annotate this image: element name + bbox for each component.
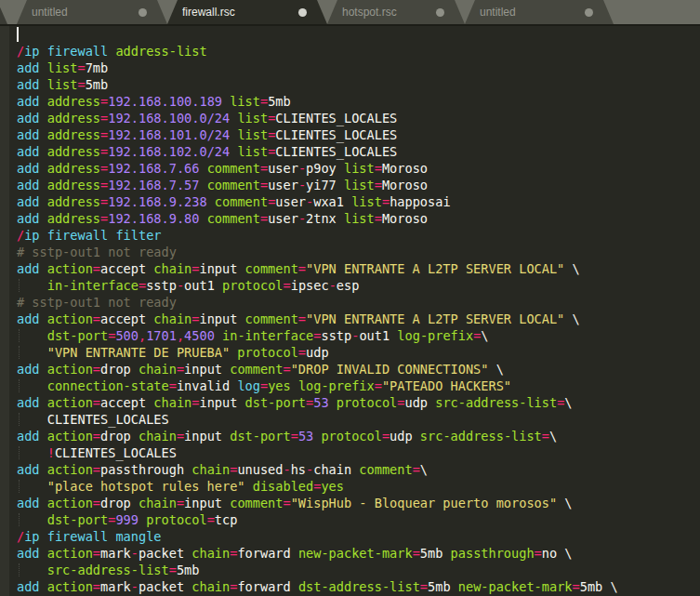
code-token: comment: [230, 496, 283, 510]
code-token: =: [100, 111, 108, 126]
code-area[interactable]: /ip firewall address-listadd list=7mbadd…: [0, 26, 700, 596]
code-line[interactable]: "VPN ENTRANTE DE PRUEBA" protocol=udp: [0, 344, 700, 361]
code-line[interactable]: add action=drop chain=input comment="Wis…: [0, 495, 700, 511]
code-token: \: [549, 429, 557, 444]
code-line[interactable]: connection-state=invalid log=yes log-pre…: [0, 377, 700, 394]
code-line[interactable]: add action=drop chain=input dst-port=53 …: [0, 428, 700, 444]
code-token: [337, 211, 344, 226]
code-token: user: [268, 211, 298, 226]
code-token: user: [275, 194, 306, 209]
code-token: action: [47, 261, 93, 276]
code-line[interactable]: /ip firewall filter: [0, 227, 700, 244]
code-token: address: [47, 194, 100, 209]
code-line[interactable]: dst-port=999 protocol=tcp: [0, 511, 700, 528]
editor-pane: /ip firewall address-listadd list=7mbadd…: [0, 26, 700, 596]
code-line[interactable]: [0, 26, 700, 43]
tab-firewall-rsc[interactable]: firewall.rsc: [167, 0, 327, 24]
code-token: [337, 178, 344, 192]
code-line[interactable]: add address=192.168.9.238 comment=user-w…: [0, 193, 700, 210]
code-line[interactable]: add address=192.168.7.66 comment=user-p9…: [0, 160, 700, 177]
code-line[interactable]: add address=192.168.101.0/24 list=CLIENT…: [0, 126, 700, 143]
code-token: [222, 429, 230, 444]
code-token: input: [199, 261, 237, 276]
code-line[interactable]: !CLIENTES_LOCALES: [0, 444, 700, 461]
tab-hotspot-rsc[interactable]: hotspot.rsc: [327, 0, 465, 24]
code-token: 5mb: [580, 579, 603, 594]
code-line[interactable]: add address=192.168.100.189 list=5mb: [0, 93, 700, 110]
code-line[interactable]: src-address-list=5mb: [0, 562, 700, 578]
code-line[interactable]: add action=accept chain=input dst-port=5…: [0, 394, 700, 411]
code-token: sstp: [321, 328, 351, 343]
tab-untitled[interactable]: untitled: [465, 0, 614, 24]
code-line[interactable]: add address=192.168.100.0/24 list=CLIENT…: [0, 110, 700, 126]
code-token: comment: [230, 362, 283, 377]
code-token: =: [93, 362, 100, 377]
code-token: CLIENTES_LOCALES: [275, 111, 397, 126]
code-line[interactable]: add action=accept chain=input comment="V…: [0, 260, 700, 277]
code-token: \: [602, 579, 617, 594]
code-line[interactable]: add list=7mb: [0, 60, 700, 76]
code-token: =: [420, 579, 428, 594]
indent-guide: [19, 480, 20, 493]
code-line[interactable]: add action=passthrough chain=unused-hs-c…: [0, 461, 700, 478]
modified-indicator-icon: [139, 8, 147, 17]
code-token: CLIENTES_LOCALES: [275, 127, 397, 142]
code-token: [237, 261, 244, 276]
code-token: [131, 496, 139, 510]
tab-label: untitled: [32, 6, 139, 19]
tab-untitled[interactable]: untitled: [17, 0, 167, 24]
code-token: "VPN ENTRANTE DE PRUEBA": [47, 345, 230, 360]
code-token: log-prefix: [397, 328, 473, 343]
code-line[interactable]: CLIENTES_LOCALES: [0, 411, 700, 428]
code-token: [329, 395, 337, 410]
code-token: [40, 111, 47, 126]
code-token: input: [184, 429, 222, 444]
code-line[interactable]: in-interface=sstp-out1 protocol=ipsec-es…: [0, 277, 700, 294]
code-token: =: [169, 378, 177, 393]
indent-guide: [19, 513, 20, 526]
code-line[interactable]: add action=mark-packet chain=forward dst…: [0, 578, 700, 595]
code-token: =: [298, 345, 306, 360]
code-line[interactable]: add action=drop chain=input comment="DRO…: [0, 361, 700, 377]
code-token: mark: [100, 579, 131, 594]
code-line[interactable]: /ip firewall address-list: [0, 43, 700, 60]
code-token: 1701: [146, 328, 177, 343]
code-line[interactable]: add address=192.168.9.80 comment=user-2t…: [0, 210, 700, 227]
code-token: [428, 395, 435, 410]
code-token: chain: [139, 362, 177, 377]
code-token: invalid: [177, 378, 230, 393]
indent-guide: [19, 563, 20, 576]
code-token: list: [344, 161, 375, 176]
code-token: packet: [139, 579, 184, 594]
code-line[interactable]: dst-port=500,1701,4500 in-interface=sstp…: [0, 327, 700, 344]
code-line[interactable]: # sstp-out1 not ready: [0, 244, 700, 260]
code-line[interactable]: add action=mark-packet chain=forward new…: [0, 545, 700, 562]
code-token: add: [17, 462, 40, 477]
code-token: [40, 94, 47, 109]
code-token: [199, 161, 206, 176]
indent-guide: [19, 329, 20, 342]
code-token: =: [284, 278, 291, 293]
code-token: =: [413, 546, 420, 561]
code-token: log-prefix: [298, 378, 375, 393]
code-token: "place hotspot rules here": [47, 479, 245, 494]
code-line[interactable]: /ip firewall mangle: [0, 528, 700, 545]
code-line[interactable]: add address=192.168.7.57 comment=user-yi…: [0, 177, 700, 193]
code-token: action: [47, 362, 93, 377]
code-line[interactable]: add action=accept chain=input comment="V…: [0, 311, 700, 327]
code-token: /: [17, 44, 24, 59]
code-token: esp: [337, 278, 360, 293]
code-token: Moroso: [382, 211, 428, 226]
code-token: [442, 546, 450, 561]
code-token: action: [47, 311, 93, 326]
code-line[interactable]: "place hotspot rules here" disabled=yes: [0, 478, 700, 495]
code-line[interactable]: add list=5mb: [0, 76, 700, 93]
code-token: 2tnx: [306, 211, 337, 226]
code-token: Moroso: [382, 178, 428, 192]
code-line[interactable]: add address=192.168.102.0/24 list=CLIENT…: [0, 143, 700, 160]
code-token: 192.168.7.57: [108, 178, 199, 192]
code-line[interactable]: # sstp-out1 not ready: [0, 294, 700, 311]
tab-label: firewall.rsc: [182, 6, 298, 19]
code-token: -: [329, 278, 337, 293]
code-token: [40, 161, 47, 176]
